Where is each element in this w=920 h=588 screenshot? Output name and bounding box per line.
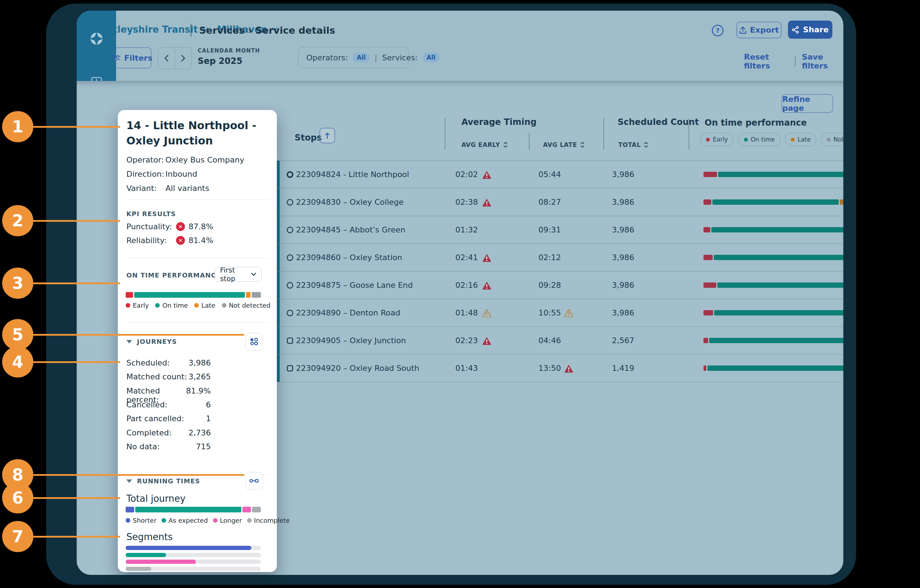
legend-dot	[222, 303, 227, 308]
table-row[interactable]: 223094920 – Oxley Road South01:4313:501,…	[276, 355, 843, 382]
stops-table: 223094824 - Little Northpool02:0205:443,…	[276, 160, 843, 382]
segment-track	[126, 553, 261, 557]
annotation-number-5: 5	[2, 319, 33, 350]
avg-early-value: 02:02	[455, 161, 478, 188]
operators-label: Operators:	[306, 53, 348, 62]
avg-early-value: 02:16	[455, 272, 478, 299]
stat-value: 715	[196, 442, 211, 451]
table-row[interactable]: 223094890 – Denton Road01:4810:553,986	[276, 299, 843, 327]
legend-dot	[155, 303, 160, 308]
save-filters-link[interactable]: Save filters	[802, 52, 843, 70]
bar-segment-early	[703, 366, 706, 371]
share-icon	[792, 26, 799, 34]
divider	[126, 258, 268, 259]
topbar-divider	[191, 24, 191, 37]
otp-chip-on-time[interactable]: On time	[738, 133, 781, 146]
table-row[interactable]: 223094875 – Goose Lane End02:1609:283,98…	[276, 272, 843, 299]
field-direction: Direction: Inbound	[126, 170, 268, 178]
bar-segment	[243, 507, 251, 512]
otp-heading: ON TIME PERFORMANCE	[126, 272, 221, 279]
avg-late-value: 04:46	[538, 327, 561, 354]
bar-segment-early	[703, 310, 713, 316]
journeys-stat-row: Completed:2,736	[126, 428, 211, 437]
total-value: 3,986	[595, 188, 634, 216]
table-row[interactable]: 223094905 – Oxley Junction02:2304:462,56…	[276, 327, 843, 355]
avg-late-warning-icon	[564, 355, 573, 382]
table-row[interactable]: 223094824 - Little Northpool02:0205:443,…	[276, 160, 843, 188]
legend-dot	[126, 518, 130, 523]
prev-month-button[interactable]	[158, 47, 175, 69]
filter-actions: Reset filters Save filters	[744, 52, 843, 70]
screenshot-canvas: Oxleyshire Transit Millhaven Services › …	[0, 0, 920, 588]
annotation-number-1: 1	[2, 111, 33, 142]
annotation-number-7: 7	[2, 521, 33, 552]
journeys-stat-row: Cancelled:6	[126, 400, 211, 409]
legend-item: Shorter	[126, 517, 157, 524]
avg-late-value: 09:31	[538, 216, 561, 243]
stops-sort-button[interactable]	[319, 128, 335, 143]
bar-segment-late	[840, 199, 843, 205]
otp-chip-late[interactable]: Late	[785, 133, 816, 146]
total-value: 3,986	[595, 272, 634, 299]
total-column-header[interactable]: TOTAL	[618, 141, 648, 148]
stat-value: 2,736	[188, 428, 211, 437]
chip-dot	[791, 138, 795, 142]
reset-filters-link[interactable]: Reset filters	[744, 52, 789, 70]
table-row[interactable]: 223094845 – Abbot’s Green01:3209:313,986	[276, 216, 843, 244]
link-segments-icon	[249, 477, 259, 485]
total-label: TOTAL	[618, 141, 641, 148]
table-row[interactable]: 223094860 – Oxley Station02:4102:123,986	[276, 244, 843, 272]
collapse-triangle-icon	[126, 479, 132, 483]
stat-label: Scheduled:	[126, 358, 170, 367]
share-button[interactable]: Share	[788, 21, 833, 39]
running-times-view-button[interactable]	[245, 472, 263, 490]
sort-carets-icon	[503, 141, 508, 148]
legend-dot	[247, 518, 252, 523]
avg-late-value: 02:12	[538, 244, 561, 271]
journeys-view-button[interactable]	[245, 333, 263, 351]
stop-type-icon	[286, 244, 294, 271]
legend-item: Incomplete	[247, 517, 290, 524]
org-switcher[interactable]: Oxleyshire Transit	[104, 24, 198, 35]
stop-type-icon	[286, 272, 294, 299]
next-month-button[interactable]	[175, 47, 191, 69]
stat-label: Matched count:	[126, 372, 187, 381]
stat-value: 1	[206, 414, 211, 423]
active-filters-summary[interactable]: Operators: All | Services: All	[298, 47, 409, 68]
table-row[interactable]: 223094830 – Oxley College02:3808:273,986	[276, 188, 843, 216]
filters-label: Filters	[124, 53, 152, 62]
legend-item: Late	[194, 301, 215, 309]
annotation-line	[18, 474, 244, 476]
field-operator: Operator: Oxley Bus Company	[126, 156, 268, 164]
bar-segment-early	[703, 199, 711, 205]
legend-dot	[213, 518, 217, 523]
refine-page-button[interactable]: Refine page	[782, 94, 833, 113]
otp-stop-select[interactable]: First stop	[215, 267, 262, 282]
stat-value: 6	[206, 400, 211, 409]
avg-early-label: AVG EARLY	[462, 141, 500, 148]
field-label: Operator:	[126, 156, 165, 164]
running-times-section-header[interactable]: RUNNING TIMES	[126, 477, 200, 485]
filters-button[interactable]: Filters	[113, 47, 152, 68]
sort-carets-icon	[580, 141, 585, 148]
journeys-stat-row: Matched count:3,265	[126, 372, 211, 381]
segment-fill	[126, 553, 166, 557]
avg-early-warning-icon	[482, 188, 492, 216]
legend-dot	[126, 303, 130, 308]
avg-early-column-header[interactable]: AVG EARLY	[462, 141, 508, 148]
otp-chip-early[interactable]: Early	[700, 133, 734, 146]
avg-late-column-header[interactable]: AVG LATE	[543, 141, 585, 148]
export-button[interactable]: Export	[737, 22, 782, 38]
otp-chip-not-detected[interactable]: Not detected	[821, 133, 843, 146]
otp-stop-select-value: First stop	[220, 266, 251, 283]
bar-segment	[246, 292, 251, 298]
bar-segment-early	[703, 227, 710, 232]
avg-late-value: 10:55	[538, 299, 561, 326]
journeys-section-header[interactable]: JOURNEYS	[126, 338, 177, 345]
avg-early-value: 01:43	[455, 355, 478, 382]
filter-actions-divider	[795, 56, 796, 67]
sort-carets-icon	[643, 141, 648, 148]
kpi-label: Reliability:	[126, 236, 173, 245]
help-button[interactable]: ?	[712, 24, 724, 37]
period-value: Sep 2025	[198, 56, 243, 66]
